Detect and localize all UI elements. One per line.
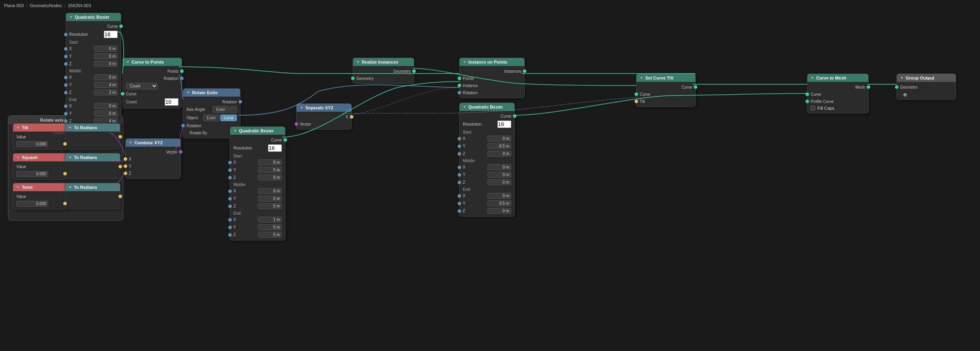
- node-title-tr2: To Radians: [74, 155, 97, 160]
- node-header-sxyz[interactable]: ▼ Separate XYZ: [297, 104, 351, 112]
- socket-re-rot-out: [239, 100, 242, 104]
- count-input[interactable]: [165, 98, 179, 106]
- node-header-re[interactable]: ▼ Rotate Euler: [183, 89, 240, 97]
- ex-qb3-input[interactable]: [487, 193, 511, 199]
- node-header-tr2[interactable]: ▼ To Radians: [65, 153, 120, 161]
- node-header-sct[interactable]: ▼ Set Curve Tilt: [637, 74, 695, 82]
- fill-caps-checkbox[interactable]: [811, 106, 815, 111]
- tilt-value-input[interactable]: [16, 141, 48, 147]
- row-geo-go-in: Geometry: [897, 83, 956, 91]
- node-header-ri[interactable]: ▼ Realize Instances: [353, 58, 414, 66]
- mid-y-input[interactable]: [94, 82, 118, 88]
- node-body-ri: Geometry Geometry: [353, 66, 414, 83]
- sx-qb2-input[interactable]: [258, 159, 282, 165]
- collapse-twist[interactable]: ▼: [16, 185, 20, 189]
- collapse-arrow-ri[interactable]: ▼: [356, 60, 360, 64]
- collapse-tr2[interactable]: ▼: [68, 155, 72, 159]
- collapse-arrow-sct[interactable]: ▼: [640, 76, 643, 80]
- node-header-twist[interactable]: ▼ Twist: [13, 183, 68, 191]
- ez-qb2-input[interactable]: [258, 232, 282, 238]
- row-mesh-out: Mesh: [807, 83, 868, 91]
- collapse-tilt[interactable]: ▼: [16, 126, 20, 130]
- collapse-arrow-sxyz[interactable]: ▼: [300, 106, 303, 110]
- mode-select[interactable]: Count Length: [126, 83, 158, 89]
- node-header-cxyz[interactable]: ▼ Combine XYZ: [126, 139, 180, 147]
- node-header-ctm[interactable]: ▼ Curve to Mesh: [807, 74, 868, 82]
- collapse-arrow-qb2[interactable]: ▼: [233, 129, 237, 133]
- node-body-iop: Instances Points Instance Rotation: [460, 66, 524, 98]
- my-qb3-input[interactable]: [487, 172, 511, 178]
- collapse-arrow-ctp[interactable]: ▼: [126, 60, 130, 64]
- mx-qb3-input[interactable]: [487, 164, 511, 170]
- ey-qb2-input[interactable]: [258, 224, 282, 230]
- socket-curve-ctm-in: [805, 93, 809, 96]
- btn-euler2[interactable]: Euler: [203, 114, 219, 121]
- row-vector-out: Vector: [126, 148, 180, 155]
- sz-qb3-input[interactable]: [487, 151, 511, 157]
- row-ex-qb3: X: [460, 192, 514, 200]
- node-body-tr3: [65, 191, 120, 209]
- start-z-input[interactable]: [94, 61, 118, 67]
- sy-qb2-input[interactable]: [258, 167, 282, 173]
- socket-ey-qb3: [458, 202, 461, 205]
- collapse-arrow-re[interactable]: ▼: [186, 91, 190, 95]
- res-qb3-input[interactable]: [497, 120, 511, 128]
- sy-qb3-input[interactable]: [487, 143, 511, 149]
- collapse-arrow-iop[interactable]: ▼: [463, 60, 466, 64]
- node-header-iop[interactable]: ▼ Instance on Points: [460, 58, 524, 66]
- row-fill-caps: Fill Caps: [807, 105, 868, 111]
- res-qb2-input[interactable]: [268, 144, 282, 152]
- sx-qb3-input[interactable]: [487, 136, 511, 142]
- node-header-tr3[interactable]: ▼ To Radians: [65, 183, 120, 191]
- btn-euler[interactable]: Euler: [213, 106, 229, 113]
- node-header-qb2[interactable]: ▼ Quadratic Bezier: [230, 127, 285, 135]
- collapse-arrow-cxyz[interactable]: ▼: [129, 141, 132, 145]
- sz-qb2-input[interactable]: [258, 175, 282, 180]
- node-tilt: ▼ Tilt Value: [13, 123, 68, 150]
- collapse-arrow-go[interactable]: ▼: [900, 76, 904, 80]
- btn-axis-angle-btn[interactable]: [230, 106, 237, 113]
- mid-x-input[interactable]: [94, 74, 118, 80]
- mesh-out-label: Mesh: [811, 85, 865, 89]
- end-x-input[interactable]: [94, 103, 118, 109]
- ez-qb3-input[interactable]: [487, 208, 511, 214]
- node-header-squash[interactable]: ▼ Squash: [13, 153, 68, 161]
- collapse-arrow-qb1[interactable]: ▼: [69, 15, 73, 19]
- mx-qb2-input[interactable]: [258, 188, 282, 194]
- collapse-tr3[interactable]: ▼: [68, 185, 72, 189]
- twist-value-input[interactable]: [16, 201, 48, 207]
- node-header-qb3[interactable]: ▼ Quadratic Bezier: [460, 103, 514, 111]
- socket-curve-out-qb3: [513, 114, 516, 118]
- ex-qb2-input[interactable]: [258, 217, 282, 223]
- breadcrumb-item-1[interactable]: Plane.003: [4, 3, 24, 8]
- ey-qb3-input[interactable]: [487, 200, 511, 206]
- resolution-input[interactable]: [104, 31, 118, 38]
- node-header-tr1[interactable]: ▼ To Radians: [65, 124, 120, 132]
- squash-value-input[interactable]: [16, 171, 48, 177]
- mid-z-input[interactable]: [94, 89, 118, 95]
- end-y-input[interactable]: [94, 111, 118, 116]
- socket-tilt-sct: [635, 100, 638, 103]
- row-mx-qb3: X: [460, 163, 514, 171]
- socket-mz-qb2: [228, 204, 232, 208]
- collapse-arrow-qb3[interactable]: ▼: [463, 105, 466, 109]
- my-qb2-input[interactable]: [258, 196, 282, 202]
- breadcrumb-item-2[interactable]: GeometryNodes: [30, 3, 62, 8]
- start-x-input[interactable]: [94, 46, 118, 52]
- points-out-label: Points: [126, 69, 179, 74]
- btn-local[interactable]: Local: [220, 114, 237, 121]
- node-header-tilt[interactable]: ▼ Tilt: [13, 124, 68, 132]
- collapse-arrow-ctm[interactable]: ▼: [811, 76, 814, 80]
- lbl-sz: Z: [69, 62, 94, 66]
- node-header-ctp[interactable]: ▼ Curve to Points: [123, 58, 182, 66]
- mz-qb2-input[interactable]: [258, 203, 282, 209]
- collapse-tr1[interactable]: ▼: [68, 126, 72, 130]
- node-header-qb1[interactable]: ▼ Quadratic Bezier: [66, 13, 121, 21]
- start-y-input[interactable]: [94, 53, 118, 59]
- breadcrumb-item-3[interactable]: 266354.003: [68, 3, 91, 8]
- mz-qb3-input[interactable]: [487, 179, 511, 185]
- node-header-go[interactable]: ▼ Group Output: [897, 74, 956, 82]
- lbl-instance-in: Instance: [463, 83, 521, 88]
- socket-instance-in: [458, 84, 461, 87]
- collapse-squash[interactable]: ▼: [16, 155, 20, 159]
